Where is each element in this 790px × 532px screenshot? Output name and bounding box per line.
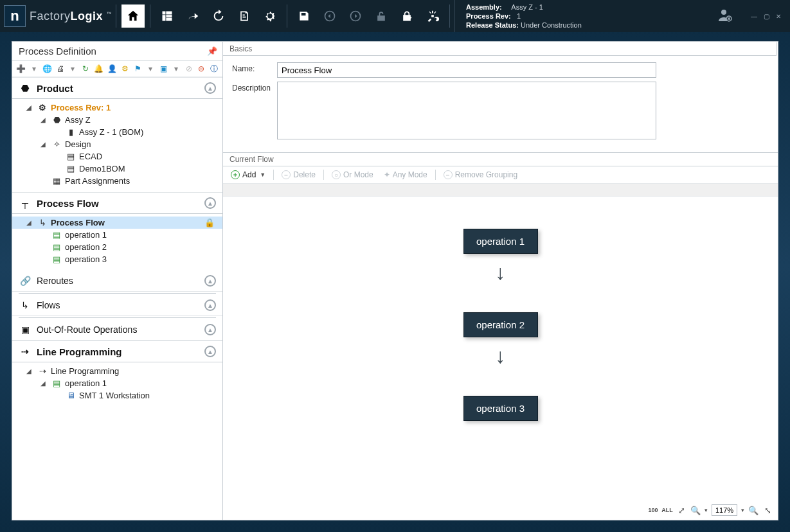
collapse-icon[interactable]: ▲ [204,346,216,357]
home-button[interactable] [121,4,145,28]
minus-icon: − [282,170,291,179]
add-icon[interactable]: ➕ [16,64,26,74]
dropdown-3-icon[interactable]: ▾ [147,64,156,74]
inspect-icon[interactable] [421,4,444,28]
info-icon[interactable]: ⓘ [210,64,219,74]
tree-part-assignments[interactable]: ▦Part Assignments [12,175,222,187]
tree-assy[interactable]: ◢⬣Assy Z [12,114,222,126]
tree-ecad[interactable]: ▤ECAD [12,150,222,163]
tree-lp-op1[interactable]: ◢▤operation 1 [12,377,222,389]
window-controls: — ▢ ✕ [742,13,790,20]
dropdown-icon[interactable]: ▾ [30,64,39,74]
tree-pf-op2[interactable]: ▤operation 2 [12,241,222,253]
dropdown-2-icon[interactable]: ▾ [69,64,78,74]
close-button[interactable]: ✕ [776,13,781,20]
zoom-in-icon[interactable]: 🔍 [748,505,759,515]
section-product[interactable]: ⬣ Product ▲ [12,77,222,99]
svg-point-2 [721,10,726,15]
main-panel: Basics Name: Description Current Flow ＋ … [223,42,778,520]
name-input[interactable] [277,62,656,78]
lock-icon: 🔒 [204,218,215,227]
collapse-icon[interactable]: ▲ [204,197,216,209]
gear-mini-icon[interactable]: ⚙ [121,64,130,74]
line-prog-icon: ⇢ [19,345,31,358]
lock-cancel-icon[interactable] [395,4,418,28]
export-icon[interactable] [181,4,204,28]
section-process-flow[interactable]: ┬ Process Flow ▲ [12,192,222,214]
collapse-icon[interactable]: ▲ [204,299,216,311]
tree-pf-op3[interactable]: ▤operation 3 [12,253,222,265]
back-icon[interactable] [318,4,341,28]
flow-node-op3[interactable]: operation 3 [463,396,538,421]
reroutes-icon: 🔗 [19,274,31,287]
flag-icon[interactable]: ⚑ [134,64,143,74]
minimize-button[interactable]: — [751,13,757,20]
basics-form: Name: Description [223,56,778,153]
flow-anymode-button: ✦ Any Mode [381,169,430,181]
flow-add-button[interactable]: ＋ Add ▼ [228,169,268,181]
section-oor[interactable]: ▣ Out-Of-Route Operations ▲ [12,319,222,341]
section-flows[interactable]: ↳ Flows ▲ [12,295,222,316]
tree-design[interactable]: ◢✧Design [12,138,222,150]
tree-lp-ws[interactable]: 🖥SMT 1 Workstation [12,389,222,402]
tree-bom[interactable]: ▮Assy Z - 1 (BOM) [12,126,222,138]
zoom-100-icon[interactable]: 100 [648,505,658,515]
refresh-icon[interactable]: ↻ [81,64,90,74]
unlock-icon[interactable] [370,4,393,28]
ok-icon[interactable]: ⊘ [184,64,193,74]
tree-process-rev[interactable]: ◢⚙Process Rev: 1 [12,102,222,114]
workspace: Process Definition 📌 ➕ ▾ 🌐 🖨 ▾ ↻ 🔔 👤 ⚙ ⚑… [12,41,778,520]
section-line-programming[interactable]: ⇢ Line Programming ▲ [12,341,222,362]
zoom-max-icon[interactable]: ⤡ [762,505,773,515]
maximize-button[interactable]: ▢ [764,13,769,20]
sidebar-toolbar: ➕ ▾ 🌐 🖨 ▾ ↻ 🔔 👤 ⚙ ⚑ ▾ ▣ ▾ ⊘ ⊖ ⓘ [12,61,222,77]
print-icon[interactable]: 🖨 [56,64,65,74]
save-icon[interactable] [292,4,316,28]
user-mini-icon[interactable]: 👤 [107,64,117,74]
logo-icon: n [4,5,26,27]
stop-icon[interactable]: ⊖ [197,64,206,74]
bell-icon[interactable]: 🔔 [94,64,103,74]
remove-icon: − [444,170,453,179]
arrow-down-icon: ↓ [496,344,506,368]
flow-icon: ┬ [19,197,31,209]
dropdown-4-icon[interactable]: ▾ [172,64,181,74]
sidebar: Process Definition 📌 ➕ ▾ 🌐 🖨 ▾ ↻ 🔔 👤 ⚙ ⚑… [12,42,223,520]
zoom-fit-icon[interactable]: ⤢ [676,505,687,515]
user-icon[interactable] [717,8,733,25]
description-input[interactable] [277,82,656,139]
zoom-out-icon[interactable]: 🔍 [690,505,701,515]
collapse-icon[interactable]: ▲ [204,275,216,287]
pin-icon[interactable]: 📌 [207,46,217,56]
flow-delete-button: − Delete [279,169,318,181]
flow-canvas[interactable]: operation 1 ↓ operation 2 ↓ operation 3 … [223,184,778,520]
tree-lp-root[interactable]: ◢⇢Line Programming [12,365,222,377]
zoom-all-icon[interactable]: ALL [662,505,672,515]
sidebar-title: Process Definition 📌 [12,42,222,61]
assembly-info: Assembly: Assy Z - 1 Process Rev: 1 Rele… [454,0,589,32]
gear-icon[interactable] [258,4,282,28]
arrow-down-icon: ↓ [496,261,506,285]
flows-icon: ↳ [19,299,31,312]
tree-pf-op1[interactable]: ▤operation 1 [12,229,222,241]
collapse-icon[interactable]: ▲ [204,324,216,335]
sync-icon[interactable] [207,4,230,28]
section-reroutes[interactable]: 🔗 Reroutes ▲ [12,270,222,292]
grid-icon[interactable] [156,4,179,28]
world-icon[interactable]: 🌐 [42,64,52,74]
plus-icon: ＋ [231,170,240,179]
flow-node-op2[interactable]: operation 2 [463,312,538,337]
current-flow-label: Current Flow [223,153,778,166]
flow-node-op1[interactable]: operation 1 [463,229,538,254]
basics-panel-label: Basics [223,42,777,56]
name-label: Name: [232,62,277,73]
tree-pf-root[interactable]: ◢↳Process Flow 🔒 [12,217,222,229]
forward-icon[interactable] [344,4,367,28]
cube-icon[interactable]: ▣ [159,64,168,74]
zoom-bar: 100 ALL ⤢ 🔍 ▾ ▾ 🔍 ⤡ [648,504,773,516]
description-label: Description [232,82,277,93]
document-icon[interactable] [233,4,256,28]
zoom-input[interactable] [712,504,737,516]
tree-demo[interactable]: ▤Demo1BOM [12,163,222,175]
collapse-icon[interactable]: ▲ [204,82,216,94]
